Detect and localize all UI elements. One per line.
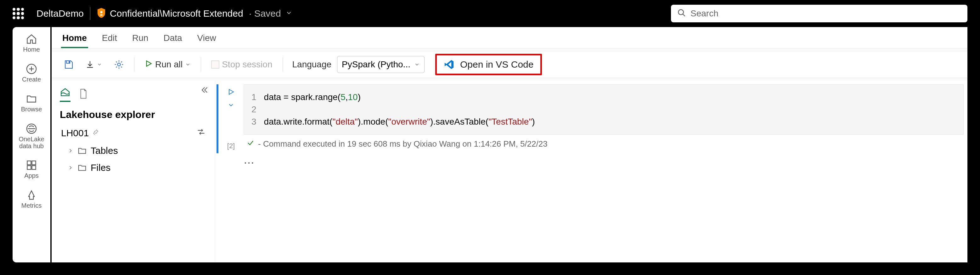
expand-cell-button[interactable]	[228, 102, 234, 110]
tab-view[interactable]: View	[196, 29, 218, 48]
explorer-tab-lakehouse[interactable]	[60, 87, 70, 102]
chevron-down-icon	[414, 62, 420, 67]
download-button[interactable]	[83, 57, 105, 72]
svg-rect-5	[27, 166, 31, 170]
run-all-button[interactable]: Run all	[141, 57, 194, 72]
nav-onelake-data-hub[interactable]: OneLake data hub	[13, 121, 50, 151]
svg-point-0	[679, 10, 684, 15]
line-numbers: 1 2 3	[251, 91, 264, 128]
chevron-right-icon	[67, 145, 74, 156]
search-input[interactable]	[690, 8, 961, 19]
nav-create[interactable]: Create	[13, 61, 50, 85]
tab-run[interactable]: Run	[131, 29, 150, 48]
tab-home[interactable]: Home	[61, 29, 88, 48]
stop-icon	[211, 60, 220, 68]
nav-home[interactable]: Home	[13, 32, 50, 55]
save-button[interactable]	[60, 57, 77, 72]
pin-icon[interactable]	[92, 128, 100, 138]
svg-rect-6	[32, 166, 36, 170]
run-cell-button[interactable]	[227, 88, 235, 98]
code-editor[interactable]: 1 2 3 data = spark.range(5,10) data.writ…	[243, 84, 964, 135]
sync-icon[interactable]	[197, 127, 205, 138]
nav-browse[interactable]: Browse	[13, 91, 50, 115]
folder-icon	[77, 163, 87, 172]
language-select[interactable]: PySpark (Pytho...	[337, 56, 425, 73]
chevron-right-icon	[67, 162, 74, 173]
explorer-title: Lakehouse explorer	[52, 102, 215, 124]
ribbon-tabs: Home Edit Run Data View	[52, 27, 967, 48]
nav-metrics[interactable]: Metrics	[13, 188, 50, 211]
shield-icon	[97, 8, 106, 19]
tree-node-tables[interactable]: Tables	[52, 142, 215, 159]
lakehouse-explorer-panel: Lakehouse explorer LH001 Tables	[52, 81, 215, 262]
exec-count: [2]	[227, 142, 235, 150]
tab-data[interactable]: Data	[162, 29, 183, 48]
vscode-icon	[444, 59, 455, 70]
sensitivity-label[interactable]: Confidential\Microsoft Extended	[110, 8, 243, 19]
open-in-vscode-button[interactable]: Open in VS Code	[435, 54, 542, 75]
toolbar-divider	[283, 57, 283, 72]
code-content[interactable]: data = spark.range(5,10) data.write.form…	[264, 91, 956, 128]
search-icon	[677, 8, 686, 19]
collapse-panel-icon[interactable]	[200, 86, 208, 95]
saved-indicator: · Saved	[247, 8, 281, 19]
cell-status: - Command executed in 19 sec 608 ms by Q…	[243, 135, 964, 153]
code-cell[interactable]: [2] 1 2 3 data = spark.range(5,10) data.…	[216, 84, 964, 153]
lakehouse-item[interactable]: LH001	[52, 124, 215, 142]
search-box[interactable]	[671, 5, 967, 22]
svg-rect-4	[32, 161, 36, 165]
explorer-tab-file[interactable]	[79, 88, 88, 100]
toolbar-divider	[134, 57, 134, 72]
svg-point-7	[118, 63, 120, 66]
language-label: Language	[292, 59, 332, 70]
left-nav-rail: Home Create Browse OneLake data hub Apps…	[13, 27, 50, 262]
more-cells-icon[interactable]: ⋯	[238, 153, 964, 172]
svg-rect-3	[27, 161, 31, 165]
play-icon	[145, 59, 153, 70]
settings-button[interactable]	[111, 57, 127, 72]
tab-edit[interactable]: Edit	[101, 29, 118, 48]
tree-node-files[interactable]: Files	[52, 159, 215, 176]
app-launcher-icon[interactable]	[13, 8, 24, 19]
top-bar: DeltaDemo Confidential\Microsoft Extende…	[0, 0, 980, 27]
check-icon	[247, 139, 254, 149]
toolbar-divider	[201, 57, 201, 72]
stop-session-button[interactable]: Stop session	[208, 57, 275, 72]
nav-apps[interactable]: Apps	[13, 157, 50, 181]
main-panel: Home Edit Run Data View Run all	[52, 27, 967, 262]
cell-controls: [2]	[218, 84, 243, 153]
workspace-title[interactable]: DeltaDemo	[37, 8, 84, 19]
workspace: Lakehouse explorer LH001 Tables	[52, 81, 967, 262]
chevron-down-icon[interactable]	[285, 10, 292, 17]
notebook-area: [2] 1 2 3 data = spark.range(5,10) data.…	[215, 81, 967, 262]
toolbar: Run all Stop session Language PySpark (P…	[52, 51, 967, 78]
chevron-down-icon	[185, 59, 191, 70]
folder-icon	[77, 146, 87, 156]
